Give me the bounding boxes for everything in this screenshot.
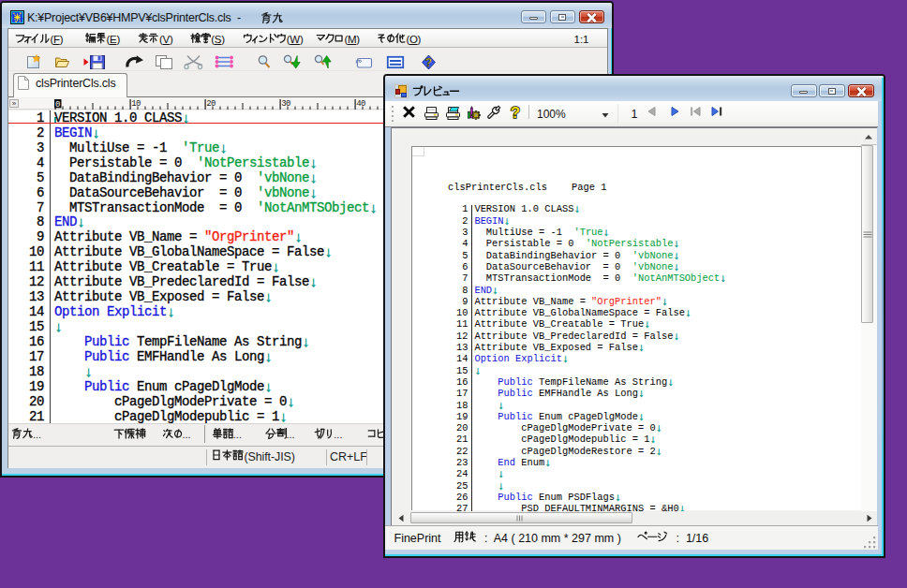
svg-text:?: ?: [424, 56, 431, 69]
svg-text:0: 0: [55, 100, 60, 109]
